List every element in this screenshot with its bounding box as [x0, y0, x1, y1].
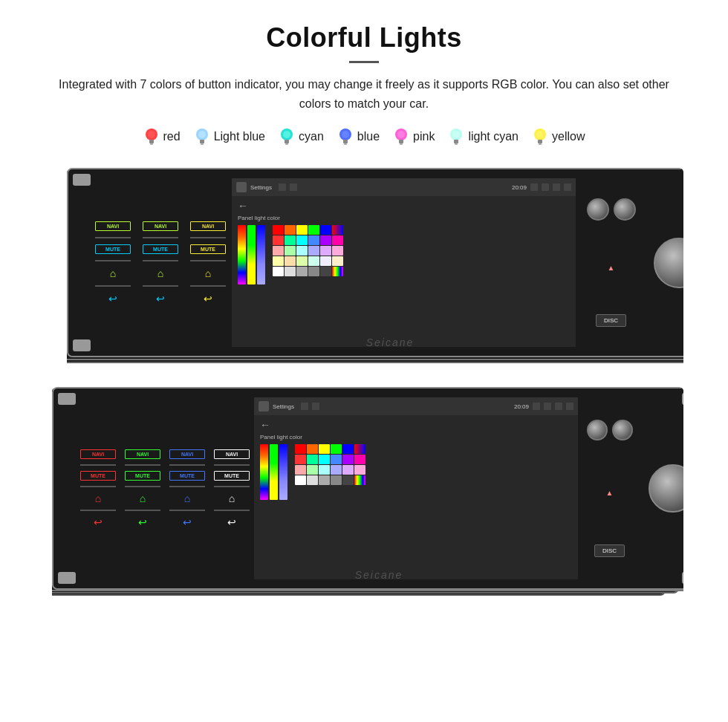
u2-col4-home: ⌂: [229, 492, 235, 504]
col2-mute: MUTE: [143, 244, 178, 254]
u2-col1-back: ↩: [94, 516, 103, 528]
svg-point-7: [198, 131, 206, 138]
u2-right-knob-2: [612, 420, 633, 440]
col3-navi: NAVI: [190, 221, 226, 231]
bulb-icon-red: [143, 126, 160, 147]
svg-rect-13: [343, 140, 348, 143]
color-label-lightcyan: light cyan: [468, 130, 519, 143]
u2-main-knob: [649, 464, 683, 513]
bulb-icon-yellow: [532, 126, 548, 147]
screen1-panel-label: Panel light color: [238, 215, 570, 221]
svg-point-23: [452, 131, 460, 138]
color-item-blue: blue: [337, 126, 380, 147]
svg-rect-18: [400, 143, 403, 145]
svg-point-11: [283, 131, 290, 138]
bulb-icon-blue: [337, 126, 354, 147]
screen2-title: Settings: [273, 403, 294, 410]
svg-rect-6: [201, 143, 204, 145]
svg-rect-26: [539, 143, 542, 145]
u2-col2-mute: MUTE: [125, 471, 160, 481]
col2-back-icon: ↩: [156, 293, 165, 305]
u2-disc-button[interactable]: DISC: [594, 544, 625, 557]
u2-col1-navi: NAVI: [80, 449, 116, 459]
u2-eject-icon: ▲: [606, 489, 614, 497]
color-item-yellow: yellow: [532, 126, 585, 147]
svg-rect-21: [454, 140, 458, 143]
u2-col2-back: ↩: [138, 516, 147, 528]
description-text: Integrated with 7 colors of button indic…: [45, 75, 683, 113]
svg-point-15: [342, 131, 349, 138]
color-label-red: red: [163, 130, 181, 143]
u2-col4-navi: NAVI: [214, 449, 250, 459]
right-knob-2: [614, 198, 636, 221]
col3-mute: MUTE: [190, 244, 226, 254]
svg-rect-9: [285, 140, 289, 143]
u2-col3-navi: NAVI: [169, 449, 205, 459]
color-item-cyan: cyan: [279, 126, 324, 147]
u2-col4-mute: MUTE: [214, 471, 250, 481]
eject-icon: ▲: [608, 264, 615, 272]
svg-rect-25: [538, 140, 542, 143]
u2-right-knob-1: [587, 420, 608, 440]
col3-home-icon: ⌂: [205, 267, 211, 279]
bulb-icon-lightblue: [194, 126, 210, 147]
color-item-lightcyan: light cyan: [448, 126, 519, 147]
screen2-time: 20:09: [514, 403, 529, 410]
screen2-panel-label: Panel light color: [260, 434, 572, 440]
color-item-red: red: [143, 126, 181, 147]
bulb-icon-cyan: [279, 126, 295, 147]
color-label-pink: pink: [413, 130, 435, 143]
svg-rect-5: [200, 140, 204, 143]
u2-col2-navi: NAVI: [125, 449, 160, 459]
bulb-icon-pink: [393, 126, 409, 147]
car-unit-1: NAVI MUTE ⌂ ↩ NAVI MUTE ⌂ ↩: [67, 168, 683, 372]
svg-point-19: [397, 131, 405, 138]
color-label-lightblue: Light blue: [214, 130, 265, 143]
right-knob-1: [587, 198, 609, 221]
svg-rect-1: [149, 140, 154, 143]
color-item-lightblue: Light blue: [194, 126, 265, 147]
screen1-time: 20:09: [512, 184, 527, 191]
svg-rect-22: [455, 143, 458, 145]
u2-col3-back: ↩: [183, 516, 192, 528]
svg-rect-2: [150, 143, 153, 145]
car-unit-2: NAVI MUTE ⌂ ↩ NAVI MUTE ⌂ ↩: [52, 387, 683, 606]
main-knob: [654, 238, 683, 288]
u2-col3-home: ⌂: [184, 492, 190, 504]
col1-back-icon: ↩: [108, 293, 117, 305]
u2-col3-mute: MUTE: [169, 471, 205, 481]
color-item-pink: pink: [393, 126, 435, 147]
color-label-yellow: yellow: [552, 130, 585, 143]
col1-home-icon: ⌂: [110, 267, 116, 279]
screen1-title: Settings: [250, 184, 272, 191]
color-label-blue: blue: [357, 130, 380, 143]
col1-mute: MUTE: [95, 244, 131, 254]
svg-rect-14: [344, 143, 347, 145]
page-title: Colorful Lights: [30, 22, 698, 53]
svg-rect-10: [285, 143, 288, 145]
color-list: red Light blue cyan: [30, 126, 698, 147]
col3-back-icon: ↩: [204, 293, 212, 305]
bulb-icon-lightcyan: [448, 126, 464, 147]
col2-home-icon: ⌂: [157, 267, 163, 279]
svg-rect-17: [399, 140, 403, 143]
svg-point-27: [536, 131, 544, 138]
screen2-back-arrow[interactable]: ←: [260, 419, 572, 431]
disc-button[interactable]: DISC: [596, 314, 626, 327]
col1-navi: NAVI: [95, 221, 131, 231]
title-divider: [349, 61, 379, 63]
u2-col1-home: ⌂: [95, 492, 101, 504]
svg-point-3: [148, 131, 155, 138]
color-label-cyan: cyan: [299, 130, 324, 143]
u2-col1-mute: MUTE: [80, 471, 116, 481]
col2-navi: NAVI: [143, 221, 178, 231]
screen1-back-arrow[interactable]: ←: [238, 200, 570, 212]
u2-col4-back: ↩: [227, 516, 236, 528]
u2-col2-home: ⌂: [140, 492, 146, 504]
